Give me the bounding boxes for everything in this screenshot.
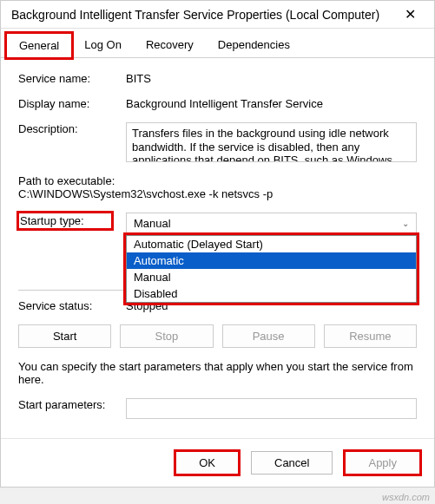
label-service-name: Service name: bbox=[18, 72, 112, 85]
window-title: Background Intelligent Transfer Service … bbox=[11, 8, 379, 22]
close-icon[interactable]: ✕ bbox=[392, 6, 427, 23]
tab-recovery[interactable]: Recovery bbox=[134, 33, 206, 58]
row-display-name: Display name: Background Intelligent Tra… bbox=[18, 97, 417, 110]
path-block: Path to executable: C:\WINDOWS\System32\… bbox=[18, 174, 417, 200]
option-disabled[interactable]: Disabled bbox=[127, 285, 416, 302]
tab-dependencies[interactable]: Dependencies bbox=[206, 33, 302, 58]
startup-type-combo[interactable]: Manual ⌄ bbox=[126, 213, 417, 234]
cancel-button[interactable]: Cancel bbox=[251, 451, 333, 475]
tab-body: Service name: BITS Display name: Backgro… bbox=[1, 58, 434, 438]
option-automatic-delayed[interactable]: Automatic (Delayed Start) bbox=[127, 236, 416, 252]
startup-type-value: Manual bbox=[134, 217, 171, 230]
control-buttons: Start Stop Pause Resume bbox=[18, 324, 417, 348]
pause-button: Pause bbox=[222, 324, 315, 348]
tabs-bar: General Log On Recovery Dependencies bbox=[1, 32, 434, 58]
label-service-status: Service status: bbox=[18, 299, 112, 312]
startup-type-select[interactable]: Manual ⌄ Automatic (Delayed Start) Autom… bbox=[126, 213, 417, 234]
startup-type-dropdown: Automatic (Delayed Start) Automatic Manu… bbox=[126, 235, 417, 303]
hint-text: You can specify the start parameters tha… bbox=[18, 360, 417, 386]
resume-button: Resume bbox=[324, 324, 417, 348]
start-button[interactable]: Start bbox=[18, 324, 111, 348]
value-path: C:\WINDOWS\System32\svchost.exe -k netsv… bbox=[18, 187, 417, 200]
description-textbox[interactable]: Transfers files in the background using … bbox=[126, 122, 417, 162]
chevron-down-icon: ⌄ bbox=[402, 219, 409, 228]
option-automatic[interactable]: Automatic bbox=[127, 252, 416, 269]
row-description: Description: Transfers files in the back… bbox=[18, 122, 417, 162]
dialog-footer: OK Cancel Apply bbox=[1, 438, 434, 487]
value-service-name: BITS bbox=[126, 72, 151, 85]
option-manual[interactable]: Manual bbox=[127, 269, 416, 285]
tab-general[interactable]: General bbox=[6, 33, 72, 58]
label-startup-type: Startup type: bbox=[18, 213, 112, 229]
start-params-input[interactable] bbox=[126, 398, 417, 419]
titlebar: Background Intelligent Transfer Service … bbox=[1, 1, 434, 29]
row-startup-type: Startup type: Manual ⌄ Automatic (Delaye… bbox=[18, 213, 417, 234]
label-path: Path to executable: bbox=[18, 174, 417, 187]
properties-dialog: Background Intelligent Transfer Service … bbox=[0, 0, 435, 488]
label-display-name: Display name: bbox=[18, 97, 112, 110]
row-start-params: Start parameters: bbox=[18, 398, 417, 419]
value-display-name: Background Intelligent Transfer Service bbox=[126, 97, 323, 110]
row-service-name: Service name: BITS bbox=[18, 72, 417, 85]
label-start-params: Start parameters: bbox=[18, 398, 112, 411]
apply-button[interactable]: Apply bbox=[345, 451, 420, 475]
watermark: wsxdn.com bbox=[382, 492, 430, 502]
ok-button[interactable]: OK bbox=[175, 451, 239, 475]
label-description: Description: bbox=[18, 122, 112, 135]
tab-logon[interactable]: Log On bbox=[72, 33, 134, 58]
stop-button: Stop bbox=[120, 324, 213, 348]
